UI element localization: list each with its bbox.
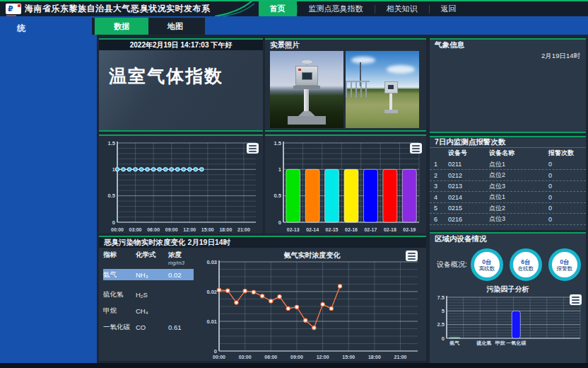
alarm-panel-title: 7日内监测点报警次数	[430, 137, 586, 148]
weather-timestamp: 2月19日14时	[430, 50, 586, 61]
svg-text:00:00: 00:00	[111, 227, 124, 232]
devices-panel-title: 区域内设备情况	[430, 234, 586, 244]
main-nav: 首页 监测点恶臭指数 相关知识 返回	[259, 1, 468, 16]
svg-text:02-14: 02-14	[306, 227, 319, 232]
svg-text:06:00: 06:00	[147, 227, 160, 232]
svg-text:02-17: 02-17	[364, 227, 377, 232]
svg-text:0: 0	[278, 219, 281, 226]
svg-text:1: 1	[278, 166, 281, 173]
svg-text:15:00: 15:00	[342, 355, 355, 360]
svg-text:21:00: 21:00	[394, 355, 407, 360]
svg-text:15:00: 15:00	[201, 227, 214, 232]
monitor-box	[384, 81, 398, 93]
svg-text:21:00: 21:00	[237, 227, 250, 232]
chart-menu-button[interactable]	[410, 143, 422, 154]
svg-text:甲烷: 甲烷	[495, 340, 505, 346]
svg-text:1.5: 1.5	[274, 140, 281, 146]
chart-menu-button[interactable]	[406, 251, 418, 261]
svg-text:06:00: 06:00	[264, 355, 277, 360]
weather-panel-title: 气象信息	[430, 40, 586, 50]
station-photo-2	[346, 51, 419, 128]
online-count-badge: 6台 在线数	[510, 248, 542, 281]
weather-panel: 气象信息 2月19日14时	[430, 38, 586, 133]
nav-back[interactable]: 返回	[430, 1, 468, 16]
bottom-strip	[0, 363, 588, 368]
pollutant-panel-title: 恶臭污染物实时浓度变化 2月19日14时	[99, 237, 426, 248]
table-row: 30213点位30	[430, 181, 586, 192]
pollutant-table: 指标 化学式 浓度mg/m3 氨气 NH₃ 0.02 硫化氢 H₂S 甲烷 CH…	[99, 248, 198, 361]
svg-text:02-19: 02-19	[403, 227, 416, 232]
svg-text:0.01: 0.01	[206, 318, 217, 325]
monitor-box	[295, 66, 318, 86]
svg-text:0: 0	[112, 219, 115, 226]
nav-home[interactable]: 首页	[259, 1, 297, 16]
svg-text:12:00: 12:00	[317, 355, 329, 360]
station-photo-1	[270, 51, 343, 128]
header-blue-strip	[205, 18, 588, 35]
ammonia-chart-title: 氨气实时浓度变化	[198, 251, 426, 260]
table-row-selected[interactable]: 氨气 NH₃ 0.02	[103, 269, 194, 280]
table-row: 50215点位20	[430, 203, 586, 214]
nav-odor-index[interactable]: 监测点恶臭指数	[298, 1, 375, 16]
svg-text:0: 0	[442, 335, 445, 342]
table-row: 10211点位10	[430, 159, 586, 171]
photos-panel: 实景照片	[265, 38, 426, 132]
chart-menu-button[interactable]	[570, 294, 582, 305]
svg-text:氨气: 氨气	[449, 340, 459, 346]
svg-text:0: 0	[214, 348, 217, 355]
svg-text:02-18: 02-18	[384, 227, 396, 232]
alarm-count-badge: 0台 报警数	[548, 248, 581, 281]
datetime-text: 2022年2月19日 14:17:03 下午好	[99, 40, 263, 50]
svg-text:02-16: 02-16	[345, 227, 358, 232]
svg-text:0.5: 0.5	[108, 192, 115, 199]
table-row: 60216点位30	[430, 214, 586, 225]
system-title: 海南省乐东黎族自治县大气恶臭状况实时发布系	[25, 3, 211, 15]
table-row[interactable]: 一氧化碳 CO 0.61	[103, 321, 194, 333]
svg-text:2.5: 2.5	[437, 321, 445, 328]
nav-knowledge[interactable]: 相关知识	[375, 1, 429, 16]
antenna-dish-icon	[302, 60, 312, 64]
table-row: 20212点位20	[430, 170, 586, 181]
svg-text:09:00: 09:00	[165, 227, 178, 232]
left-sidebar: 统	[0, 18, 97, 363]
alarm-table-panel: 7日内监测点报警次数 设备号 设备名称 报警次数 10211点位10 20212…	[430, 136, 586, 230]
svg-text:18:00: 18:00	[219, 227, 232, 232]
title-overflow-text: 统	[17, 23, 97, 35]
greenhouse-gas-heading: 温室气体指数	[109, 64, 263, 88]
table-header-row: 设备号 设备名称 报警次数	[430, 148, 586, 159]
svg-text:0.5: 0.5	[274, 192, 281, 199]
factor-bar-chart: 02.557.5氨气硫化氢甲烷一氧化碳	[430, 294, 586, 347]
view-tabs: 数据 地图	[92, 18, 205, 35]
svg-text:00:00: 00:00	[213, 355, 225, 360]
offline-count-badge: 0台 离线数	[471, 248, 503, 281]
table-row[interactable]: 甲烷 CH₄	[103, 305, 194, 316]
svg-text:18:00: 18:00	[368, 355, 381, 360]
devices-panel: 区域内设备情况 设备概况: 0台 离线数 6台 在线数 0台 报警数 污染因子分…	[430, 232, 586, 363]
svg-text:03:00: 03:00	[239, 355, 252, 360]
status-line-chart: 00.511.500:0003:0006:0009:0012:0015:0018…	[99, 136, 263, 234]
ammonia-line-chart: 00.010.020.0300:0003:0006:0009:0012:0015…	[198, 248, 426, 361]
swoosh-decoration-icon	[213, 1, 254, 16]
fence	[346, 81, 370, 98]
svg-text:02-13: 02-13	[287, 227, 300, 232]
overview-label: 设备概况:	[437, 260, 467, 270]
svg-text:7.5: 7.5	[437, 294, 445, 301]
table-header-row: 指标 化学式 浓度mg/m3	[103, 251, 198, 266]
table-row[interactable]: 硫化氢 H₂S	[103, 289, 194, 300]
daily-bar-chart-panel: 00.511.502-1302-1402-1502-1602-1702-1802…	[265, 134, 426, 234]
svg-text:12:00: 12:00	[183, 227, 196, 232]
table-row: 40214点位10	[430, 192, 586, 203]
photos-panel-title: 实景照片	[265, 40, 426, 50]
chart-menu-button[interactable]	[247, 143, 259, 154]
svg-text:1: 1	[112, 166, 115, 173]
factor-analysis-title: 污染因子分析	[430, 284, 586, 294]
top-bar: ₽ 海南省乐东黎族自治县大气恶臭状况实时发布系 首页 监测点恶臭指数 相关知识 …	[0, 0, 588, 18]
svg-text:5: 5	[442, 308, 445, 314]
daily-bar-chart: 00.511.502-1302-1402-1502-1602-1702-1802…	[265, 136, 426, 234]
tab-map[interactable]: 地图	[148, 18, 202, 35]
app-logo-icon: ₽	[6, 4, 21, 14]
svg-text:03:00: 03:00	[129, 227, 142, 232]
tab-data[interactable]: 数据	[95, 18, 148, 35]
svg-text:02-15: 02-15	[326, 227, 339, 232]
svg-text:一氧化碳: 一氧化碳	[506, 340, 527, 346]
